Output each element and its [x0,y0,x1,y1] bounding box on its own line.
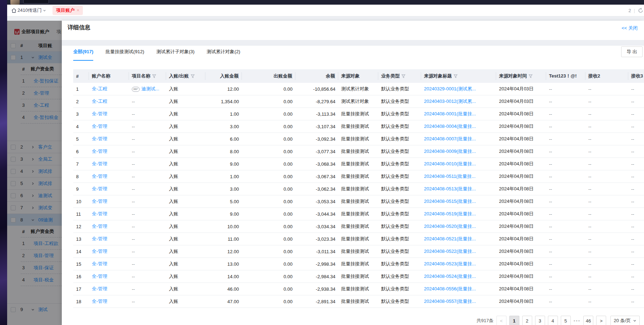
source-title-link[interactable]: 20240408-0557(批量挂... [421,298,496,305]
account-link[interactable]: 全-管理 [92,124,107,129]
source-title-link[interactable]: 20240408-0009(批量挂... [421,148,496,155]
source-title-link[interactable]: 20240408-0513(批量挂... [424,186,476,191]
filter-icon[interactable] [191,74,195,78]
source-title-link[interactable]: 20240408-0556(批量挂... [421,286,496,292]
page-size-select[interactable]: 20 条/页 [610,316,640,325]
account-link[interactable]: 全-工程 [92,86,107,91]
source-title-link[interactable]: 20240408-0001(批量挂... [421,111,496,117]
source-title-link[interactable]: 20240408-0522(批量挂... [421,248,496,255]
pagination-ellipsis-icon[interactable]: ••• [574,318,581,324]
source-title-link[interactable]: 20240408-0004(批量挂... [421,123,496,130]
account-link[interactable]: 全-管理 [92,111,107,116]
export-button[interactable]: 导 出 [621,46,643,57]
account-link[interactable]: 全-管理 [89,136,129,142]
page-button-5[interactable]: 5 [561,316,571,325]
chevron-down-icon[interactable] [633,319,636,322]
source-title-link[interactable]: 20240408-0001(批量挂... [424,111,476,116]
project-cell[interactable]: 360°迪测试... [129,86,166,92]
account-link[interactable]: 全-管理 [89,198,129,205]
account-link[interactable]: 全-管理 [89,161,129,167]
account-link[interactable]: 全-管理 [89,123,129,130]
source-title-link[interactable]: 20240408-0557(批量挂... [424,299,476,304]
source-title-link[interactable]: 20240403-0012(测试累... [421,98,496,105]
account-link[interactable]: 全-管理 [92,149,107,154]
account-link[interactable]: 全-管理 [92,274,107,279]
source-title-link[interactable]: 20240408-0511(批量挂... [421,173,496,180]
source-title-link[interactable]: 20240408-0007(批量挂... [424,136,476,141]
source-title-link[interactable]: 20240408-0556(批量挂... [424,286,476,291]
filter-icon[interactable] [454,74,458,78]
source-title-link[interactable]: 20240408-0521(批量挂... [424,236,476,241]
tab-3[interactable]: 测试累计子对象(3) [156,49,195,61]
account-link[interactable]: 全-管理 [92,199,107,204]
tab-1[interactable]: 全部(917) [73,49,93,61]
account-link[interactable]: 全-管理 [92,174,107,179]
project-cell[interactable]: 迪测试... [141,86,159,91]
account-link[interactable]: 全-管理 [89,211,129,217]
account-link[interactable]: 全-管理 [89,173,129,180]
avatar[interactable] [10,0,20,5]
account-link[interactable]: 全-管理 [89,273,129,280]
account-link[interactable]: 全-工程 [89,98,129,105]
account-link[interactable]: 全-管理 [89,148,129,155]
account-link[interactable]: 全-管理 [89,286,129,292]
source-title-link[interactable]: 20240408-0521(批量挂... [421,236,496,242]
drawer-close-link[interactable]: << 关闭 [621,25,638,31]
active-page-tab[interactable]: 项目账户 × [53,6,83,15]
account-link[interactable]: 全-管理 [92,161,107,166]
tab-2[interactable]: 批量挂接测试(912) [105,49,144,61]
source-title-link[interactable]: 20240408-0515(批量挂... [421,198,496,205]
page-button-3[interactable]: 3 [535,316,545,325]
source-title-link[interactable]: 20240408-0524(批量挂... [421,273,496,280]
source-title-link[interactable]: 20240408-0520(批量挂... [421,223,496,230]
topbar-input[interactable] [23,0,49,4]
source-title-link[interactable]: 20240408-0523(批量挂... [421,261,496,267]
source-title-link[interactable]: 20240408-0007(批量挂... [421,136,496,142]
account-link[interactable]: 全-管理 [89,236,129,242]
source-title-link[interactable]: 20240408-0513(批量挂... [421,186,496,192]
source-title-link[interactable]: 20240408-0010(批量挂... [421,161,496,167]
account-link[interactable]: 全-管理 [92,261,107,266]
tab-4[interactable]: 测试累计对象(2) [207,49,240,61]
filter-icon[interactable] [529,74,533,78]
page-button-2[interactable]: 2 [522,316,532,325]
account-link[interactable]: 全-管理 [89,298,129,305]
account-link[interactable]: 全-工程 [89,86,129,92]
source-title-link[interactable]: 20240408-0515(批量挂... [424,199,476,204]
account-link[interactable]: 全-管理 [89,261,129,267]
source-title-link[interactable]: 20240408-0511(批量挂... [424,174,475,179]
page-button-46[interactable]: 46 [583,316,593,325]
account-link[interactable]: 全-管理 [89,223,129,230]
source-title-link[interactable]: 20240329-0001(测试累... [424,86,476,91]
source-title-link[interactable]: 20240408-0523(批量挂... [424,261,476,266]
source-title-link[interactable]: 20240329-0001(测试累... [421,86,496,92]
source-title-link[interactable]: 20240403-0012(测试累... [424,99,476,104]
prev-page-button[interactable]: < [496,316,506,325]
account-link[interactable]: 全-管理 [92,249,107,254]
source-title-link[interactable]: 20240408-0010(批量挂... [424,161,476,166]
source-title-link[interactable]: 20240408-0009(批量挂... [424,149,476,154]
refresh-icon[interactable] [638,8,643,13]
next-page-button[interactable]: > [596,316,606,325]
source-title-link[interactable]: 20240408-0004(批量挂... [424,124,476,129]
account-link[interactable]: 全-管理 [89,186,129,192]
home-menu[interactable]: 2410传送门 [11,7,46,14]
account-link[interactable]: 全-管理 [89,111,129,117]
account-link[interactable]: 全-管理 [92,286,107,291]
page-button-1[interactable]: 1 [509,316,519,325]
filter-icon[interactable] [401,74,405,78]
source-title-link[interactable]: 20240408-0520(批量挂... [424,224,476,229]
account-link[interactable]: 全-管理 [92,236,107,241]
account-link[interactable]: 全-管理 [92,299,107,304]
account-link[interactable]: 全-管理 [92,186,107,191]
account-link[interactable]: 全-管理 [92,136,107,141]
close-icon[interactable]: × [77,8,79,13]
account-link[interactable]: 全-管理 [89,248,129,255]
account-link[interactable]: 全-管理 [92,224,107,229]
source-title-link[interactable]: 20240408-0522(批量挂... [424,249,476,254]
account-link[interactable]: 全-管理 [92,211,107,216]
page-button-4[interactable]: 4 [548,316,558,325]
filter-icon[interactable] [152,74,156,78]
source-title-link[interactable]: 20240408-0519(批量挂... [424,211,476,216]
account-link[interactable]: 全-工程 [92,99,107,104]
